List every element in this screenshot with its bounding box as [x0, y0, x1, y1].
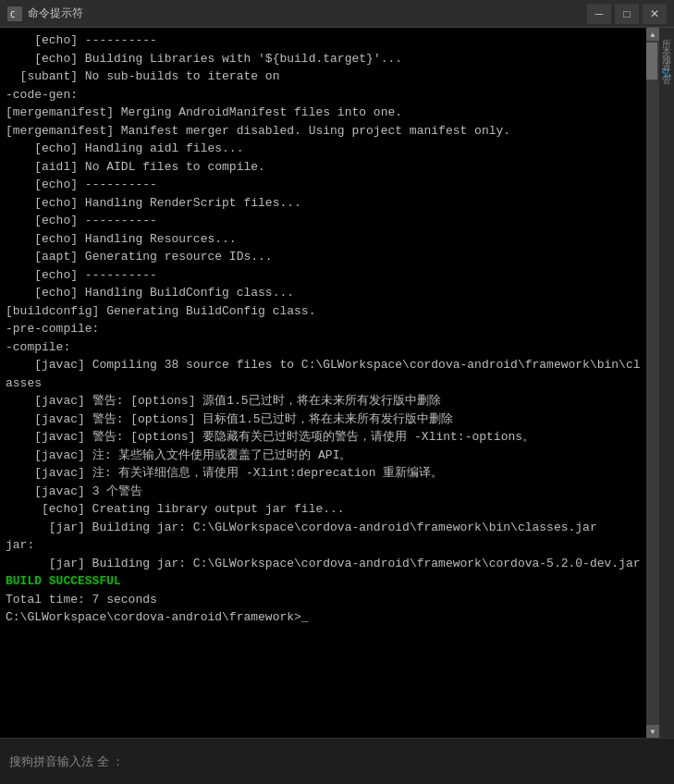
terminal-line: [javac] 警告: [options] 源值1.5已过时，将在未来所有发行版… — [6, 392, 641, 410]
terminal-line: [javac] 注: 有关详细信息，请使用 -Xlint:deprecation… — [6, 464, 641, 483]
terminal-line: [subant] No sub-builds to iterate on — [6, 67, 641, 86]
title-bar: C 命令提示符 ─ □ ✕ — [0, 0, 674, 28]
terminal-line: [echo] Creating library output jar file.… — [6, 500, 641, 519]
terminal-line: [echo] Handling BuildConfig class... — [6, 284, 641, 302]
terminal-line: [echo] Building Libraries with '${build.… — [6, 50, 641, 68]
right-panel-item[interactable]: 管 — [659, 65, 674, 72]
bottom-bar: 搜狗拼音输入法 全 ： — [0, 738, 674, 784]
terminal-line: -compile: — [6, 338, 641, 357]
terminal-line: [echo] ---------- — [6, 176, 641, 194]
terminal-line: [echo] Handling Resources... — [6, 230, 641, 249]
terminal-line: -code-gen: — [6, 86, 641, 104]
terminal-line: [echo] Handling RenderScript files... — [6, 194, 641, 213]
terminal-line: [javac] Compiling 38 source files to C:\… — [6, 356, 641, 392]
main-container: [echo] ---------- [echo] Building Librar… — [0, 28, 674, 738]
terminal-line: [mergemanifest] Manifest merger disabled… — [6, 122, 641, 141]
title-bar-left: C 命令提示符 — [7, 6, 83, 21]
terminal-line: [echo] ---------- — [6, 266, 641, 285]
terminal-line: [mergemanifest] Merging AndroidManifest … — [6, 104, 641, 122]
app-icon: C — [7, 6, 22, 21]
terminal-line: [javac] 注: 某些输入文件使用或覆盖了已过时的 API。 — [6, 447, 641, 465]
terminal-line: [jar] Building jar: C:\GLWorkspace\cordo… — [6, 519, 641, 537]
scroll-down-button[interactable]: ▼ — [646, 725, 659, 738]
terminal-line: BUILD SUCCESSFUL — [6, 572, 641, 591]
close-button[interactable]: ✕ — [643, 4, 667, 24]
minimize-button[interactable]: ─ — [587, 4, 611, 24]
terminal-line: [aapt] Generating resource IDs... — [6, 248, 641, 266]
right-panel-item[interactable]: 频 — [659, 43, 674, 50]
window-title: 命令提示符 — [28, 6, 83, 21]
terminal-line: C:\GLWorkspace\cordova-android\framework… — [6, 608, 641, 627]
right-panel-item[interactable]: 道 — [659, 50, 674, 57]
terminal-line: [echo] ---------- — [6, 31, 641, 50]
svg-text:C: C — [10, 10, 15, 19]
ime-status: 搜狗拼音输入法 全 ： — [9, 753, 124, 770]
scroll-up-button[interactable]: ▲ — [646, 28, 659, 41]
terminal-line: [javac] 3 个警告 — [6, 483, 641, 501]
scrollbar-thumb[interactable] — [646, 43, 657, 80]
terminal-line: [buildconfig] Generating BuildConfig cla… — [6, 302, 641, 321]
right-panel-item[interactable]: 所 — [659, 28, 674, 35]
scrollbar[interactable]: ▲ ▼ — [646, 28, 659, 738]
maximize-button[interactable]: □ — [615, 4, 639, 24]
window-controls: ─ □ ✕ — [587, 4, 667, 24]
terminal-line: [aidl] No AIDL files to compile. — [6, 158, 641, 177]
right-panel-item[interactable]: 弘 — [659, 57, 674, 65]
right-panel-item[interactable]: 本 — [659, 35, 674, 43]
scrollbar-track[interactable] — [646, 41, 659, 725]
terminal-line: [echo] Handling aidl files... — [6, 140, 641, 158]
terminal-line: [jar] Building jar: C:\GLWorkspace\cordo… — [6, 555, 641, 573]
terminal-line: [javac] 警告: [options] 要隐藏有关已过时选项的警告，请使用 … — [6, 428, 641, 447]
right-panel: 所本频道弘管 — [659, 28, 674, 738]
terminal-line: Total time: 7 seconds — [6, 591, 641, 609]
terminal-line: jar: — [6, 536, 641, 555]
terminal-line: -pre-compile: — [6, 320, 641, 338]
terminal-output[interactable]: [echo] ---------- [echo] Building Librar… — [0, 28, 646, 738]
terminal-line: [javac] 警告: [options] 目标值1.5已过时，将在未来所有发行… — [6, 410, 641, 429]
terminal-line: [echo] ---------- — [6, 212, 641, 230]
